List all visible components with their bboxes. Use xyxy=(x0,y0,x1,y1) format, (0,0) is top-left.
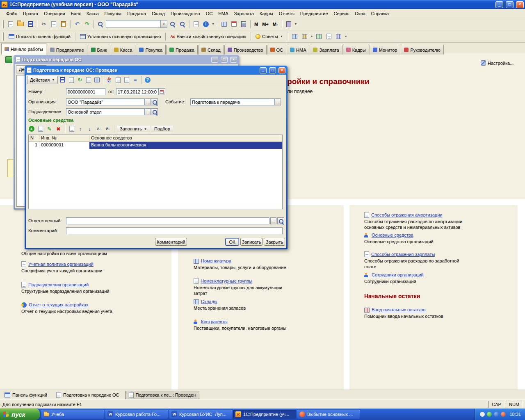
link-warehouses[interactable]: Склады xyxy=(201,299,217,304)
tray-icon-antivirus[interactable] xyxy=(487,412,492,417)
redo-icon[interactable]: ↷ xyxy=(82,20,91,29)
close-button[interactable]: × xyxy=(278,67,285,73)
settings-icon[interactable] xyxy=(334,32,343,41)
maximize-button[interactable]: □ xyxy=(221,57,228,63)
table-row[interactable]: 1 000000001 Ванна бальнеологическая xyxy=(29,142,282,149)
menu-sale[interactable]: Продажа xyxy=(124,10,149,17)
open-icon[interactable] xyxy=(16,20,25,29)
service-icon[interactable] xyxy=(284,20,293,29)
date-field[interactable] xyxy=(116,88,158,95)
menu-cash[interactable]: Касса xyxy=(84,10,102,17)
customize-link[interactable]: Настройка... xyxy=(481,60,514,66)
menu-file[interactable]: Файл xyxy=(3,10,20,17)
ftab-fixed-assets[interactable]: ОС xyxy=(267,45,287,55)
organization-select-button[interactable]: ... xyxy=(145,98,151,105)
memory-button[interactable]: М xyxy=(253,21,260,27)
menu-fixed-assets[interactable]: ОС xyxy=(203,10,216,17)
ftab-bank[interactable]: Банк xyxy=(88,45,110,55)
ftab-hr[interactable]: Кадры xyxy=(343,45,369,55)
movements-icon[interactable] xyxy=(123,75,130,84)
calculator-icon[interactable] xyxy=(239,20,248,29)
menu-purchase[interactable]: Покупка xyxy=(102,10,125,17)
minimize-button[interactable]: _ xyxy=(495,1,503,8)
ftab-intangible-assets[interactable]: НМА xyxy=(287,45,309,55)
menu-warehouse[interactable]: Склад xyxy=(149,10,168,17)
window-tab-document[interactable]: Подготовка к пе...: Проведен xyxy=(125,391,200,399)
responsible-field[interactable] xyxy=(66,217,269,224)
toolbar-grip[interactable] xyxy=(2,32,4,41)
info-dropdown-icon[interactable]: ▾ xyxy=(211,22,215,26)
tips-button[interactable]: Советы ▾ xyxy=(253,32,285,41)
find-prev-icon[interactable] xyxy=(178,20,187,29)
menu-intangible-assets[interactable]: НМА xyxy=(215,10,231,17)
menu-edit[interactable]: Правка xyxy=(20,10,41,17)
link-opening-balances[interactable]: Ввод начальных остатков xyxy=(372,307,425,312)
enter-operation-button[interactable]: Ак Ввести хозяйственную операцию xyxy=(168,32,249,41)
menu-bank[interactable]: Банк xyxy=(68,10,84,17)
organization-field[interactable] xyxy=(66,98,145,105)
assets-table[interactable]: N Инв. № Основное средство 1 000000001 В… xyxy=(28,135,283,209)
ftab-salary[interactable]: Зарплата xyxy=(310,45,342,55)
task-vybytie[interactable]: Выбытие основных ... xyxy=(297,410,360,419)
task-word-1[interactable]: WКурсовая работа-Го... xyxy=(105,410,168,419)
cut-icon[interactable]: ✂ xyxy=(39,20,48,29)
task-1c[interactable]: 1С1С:Предприятие (уч... xyxy=(233,410,296,419)
calendar-button[interactable] xyxy=(158,88,165,95)
event-select-button[interactable]: ... xyxy=(275,98,281,105)
maximize-button[interactable]: □ xyxy=(269,67,276,73)
save-icon[interactable] xyxy=(26,20,35,29)
memory-minus-button[interactable]: М- xyxy=(271,21,280,27)
close-dialog-button[interactable]: Закрыть xyxy=(264,238,285,246)
department-select-button[interactable]: ... xyxy=(145,108,151,115)
event-field[interactable] xyxy=(190,98,275,105)
sort-asc-button[interactable]: А↓ xyxy=(95,125,103,133)
responsible-open-button[interactable] xyxy=(277,217,284,224)
link-salary-methods[interactable]: Способы отражения зарплаты xyxy=(371,252,435,257)
exchange-icon[interactable] xyxy=(324,32,333,41)
related-documents-icon[interactable] xyxy=(114,75,122,84)
tray-icon-1[interactable] xyxy=(480,412,485,417)
ftab-cash[interactable]: Касса xyxy=(111,45,136,55)
move-up-button[interactable]: ↑ xyxy=(77,125,84,133)
link-fixed-assets[interactable]: Основные средства xyxy=(372,233,413,237)
menu-enterprise[interactable]: Предприятие xyxy=(297,10,331,17)
department-field[interactable] xyxy=(66,108,145,115)
ftab-sale[interactable]: Продажа xyxy=(166,45,198,55)
copy-document-icon[interactable] xyxy=(84,75,92,84)
save-button[interactable]: Записать xyxy=(240,238,262,246)
set-main-organization-button[interactable]: Установить основную организацию xyxy=(78,32,164,41)
structure-icon[interactable] xyxy=(93,75,101,84)
settings-dropdown-icon[interactable]: ▾ xyxy=(344,34,348,38)
documents-dropdown-icon[interactable]: ▾ xyxy=(310,34,314,38)
calendar-icon[interactable] xyxy=(229,20,238,29)
comment-field[interactable] xyxy=(66,227,283,234)
number-field[interactable] xyxy=(66,88,105,95)
fill-button[interactable]: Заполнить▾ xyxy=(117,125,150,133)
window-tab-function-panel[interactable]: Панель функций xyxy=(1,391,50,399)
cell-asset-name[interactable]: Ванна бальнеологическая xyxy=(89,142,282,149)
link-current-settings-report[interactable]: Отчет о текущих настройках xyxy=(29,302,88,307)
edit-row-button[interactable]: ✎ xyxy=(46,125,53,133)
delete-row-button[interactable]: ✖ xyxy=(55,125,62,133)
ftab-production[interactable]: Производство xyxy=(224,45,267,55)
search-dropdown-icon[interactable]: ▾ xyxy=(160,21,167,27)
menu-help[interactable]: Справка xyxy=(368,10,392,17)
actions-button[interactable]: Действия▾ xyxy=(27,76,58,84)
comment-button[interactable]: Комментарий xyxy=(155,238,187,246)
menu-reports[interactable]: Отчеты xyxy=(276,10,297,17)
pick-button[interactable]: Подбор xyxy=(151,125,173,133)
service-dropdown-icon[interactable]: ▾ xyxy=(294,22,298,26)
menu-service[interactable]: Сервис xyxy=(331,10,352,17)
link-accounting-policy[interactable]: Учетная политика организаций xyxy=(28,262,94,267)
dtkt-icon[interactable]: ДтКт xyxy=(105,75,113,84)
link-nomenclature-groups[interactable]: Номенклатурные группы xyxy=(201,278,252,283)
start-button[interactable]: пуск xyxy=(0,409,40,420)
menu-production[interactable]: Производство xyxy=(168,10,203,17)
move-down-button[interactable]: ↓ xyxy=(86,125,94,133)
new-document-icon[interactable] xyxy=(6,20,15,29)
link-employees[interactable]: Сотрудники организаций xyxy=(372,272,424,277)
menu-hr[interactable]: Кадры xyxy=(257,10,276,17)
cell-inventory-number[interactable]: 000000001 xyxy=(39,142,89,149)
copy-icon[interactable] xyxy=(49,20,58,29)
close-button[interactable]: × xyxy=(516,1,524,8)
